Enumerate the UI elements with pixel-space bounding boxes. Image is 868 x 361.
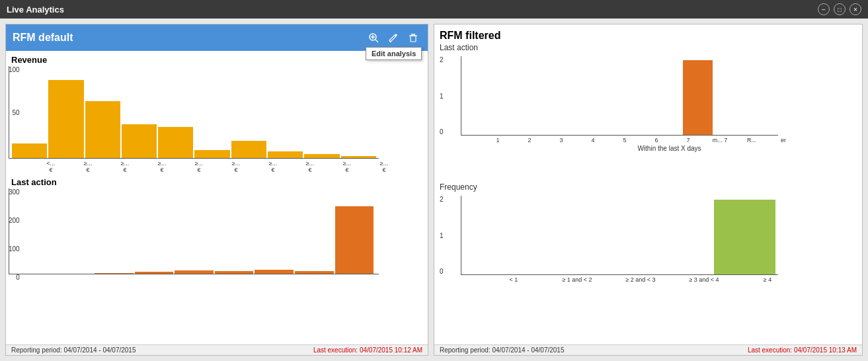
la-bar-6[interactable] <box>255 270 294 274</box>
rfm-freq-chart-area: 2 1 0 < 1 ≥ 1 and < 2 ≥ 2 a <box>440 196 857 303</box>
last-action-chart <box>9 188 379 274</box>
svg-rect-5 <box>411 36 416 42</box>
la-bar-2[interactable] <box>95 273 134 274</box>
la-bar-8[interactable] <box>335 206 374 274</box>
revenue-bar-4[interactable] <box>158 127 193 158</box>
main-area: RFM default <box>0 19 868 361</box>
rfm-last-action-subtitle: Last action <box>440 43 857 52</box>
right-reporting: Reporting period: 04/07/2014 - 04/07/201… <box>440 346 564 354</box>
close-title-btn[interactable]: × <box>849 3 861 15</box>
rfm-la-bar-7[interactable] <box>683 60 713 135</box>
zoom-button[interactable] <box>366 30 381 46</box>
la-bar-7[interactable] <box>295 271 334 274</box>
rfm-freq-y-labels: 2 1 0 <box>440 196 446 275</box>
left-panel-header-icons: Edit analysis <box>366 30 421 46</box>
minimize-btn[interactable]: − <box>818 3 830 15</box>
rfm-la-bars <box>461 56 778 135</box>
edit-icon <box>388 32 399 43</box>
rfm-la-x-labels: 1 2 3 4 5 6 7 m... 7 R... er <box>461 137 799 143</box>
right-panel-content: RFM filtered Last action 2 1 0 <box>434 24 862 344</box>
app-title: Live Analytics <box>7 5 64 15</box>
revenue-x-labels: <...€ ≥...€ ≥...€ ≥...€ ≥...€ ≥...€ ≥...… <box>9 160 403 173</box>
left-panel: RFM default <box>5 24 428 356</box>
left-panel-header: RFM default <box>6 24 428 51</box>
revenue-bar-3[interactable] <box>122 124 157 158</box>
la-bar-4[interactable] <box>175 270 214 274</box>
right-panel: RFM filtered Last action 2 1 0 <box>434 24 863 356</box>
rfm-freq-bar-4[interactable] <box>714 200 775 274</box>
svg-line-1 <box>375 40 378 42</box>
rfm-title: RFM filtered <box>440 30 857 42</box>
revenue-title: Revenue <box>11 55 425 65</box>
revenue-bar-1[interactable] <box>48 80 83 158</box>
revenue-bar-0[interactable] <box>12 143 47 158</box>
revenue-bar-6[interactable] <box>231 141 266 158</box>
la-bar-3[interactable] <box>135 272 174 274</box>
left-execution: Last execution: 04/07/2015 10:12 AM <box>313 346 422 354</box>
right-execution: Last execution: 04/07/2015 10:13 AM <box>748 346 857 354</box>
revenue-bars <box>9 66 379 158</box>
left-panel-content: Revenue 100 50 0 <box>6 51 428 344</box>
rfm-la-x-axis-title: Within the last X days <box>461 145 857 152</box>
rfm-freq-bars <box>461 196 778 274</box>
right-status-bar: Reporting period: 04/07/2014 - 04/07/201… <box>434 344 862 355</box>
left-status-bar: Reporting period: 04/07/2014 - 04/07/201… <box>6 344 428 355</box>
rfm-freq-x-labels: < 1 ≥ 1 and < 2 ≥ 2 and < 3 ≥ 3 and < 4 … <box>461 276 799 283</box>
la-bar-5[interactable] <box>215 271 254 274</box>
edit-button[interactable]: Edit analysis <box>385 30 401 46</box>
rfm-frequency-subtitle: Frequency <box>440 182 857 192</box>
revenue-bar-2[interactable] <box>85 101 120 158</box>
last-action-section: Last action 300 200 100 0 <box>9 177 425 274</box>
revenue-bar-5[interactable] <box>194 150 229 159</box>
zoom-icon <box>368 32 379 43</box>
rfm-freq-chart <box>461 196 778 275</box>
revenue-bar-7[interactable] <box>268 151 303 158</box>
revenue-bar-9[interactable] <box>341 156 376 158</box>
revenue-chart <box>9 66 379 159</box>
rfm-last-action-chart-area: 2 1 0 <box>440 56 857 172</box>
left-reporting: Reporting period: 04/07/2014 - 04/07/201… <box>11 346 136 354</box>
revenue-section: Revenue 100 50 0 <box>9 55 425 173</box>
restore-btn[interactable]: □ <box>834 3 846 15</box>
title-bar: Live Analytics − □ × <box>0 0 868 19</box>
left-panel-title: RFM default <box>13 32 366 44</box>
rfm-la-chart <box>461 56 778 136</box>
last-action-title: Last action <box>11 177 425 187</box>
delete-icon <box>408 32 418 43</box>
last-action-bars <box>9 188 379 274</box>
revenue-bar-8[interactable] <box>304 154 339 158</box>
delete-button[interactable] <box>405 30 421 46</box>
rfm-la-y-labels: 2 1 0 <box>440 56 446 136</box>
title-bar-icons: − □ × <box>818 3 861 15</box>
